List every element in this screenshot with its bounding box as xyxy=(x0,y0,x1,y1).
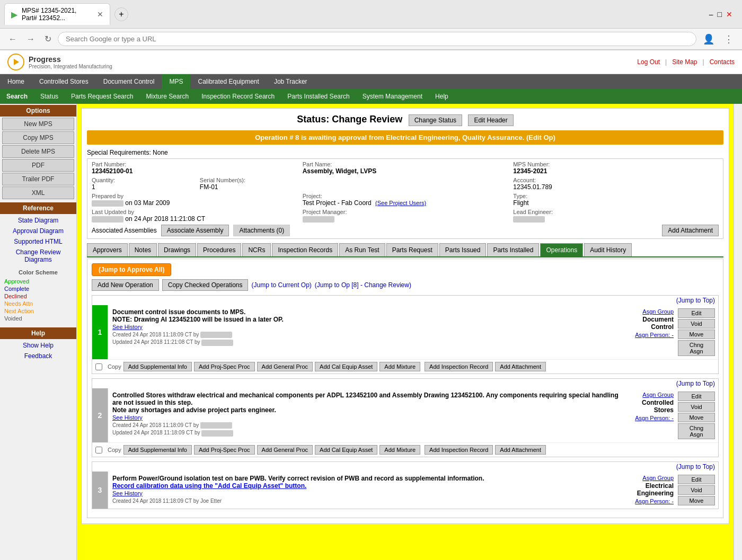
op3-void-button[interactable]: Void xyxy=(678,485,715,495)
op3-edit-button[interactable]: Edit xyxy=(678,475,715,484)
op1-asgn-person-link[interactable]: Asgn Person: - xyxy=(635,332,674,338)
op2-history-link[interactable]: See History xyxy=(112,414,143,421)
jump-op8-link[interactable]: (Jump to Op [8] - Change Review) xyxy=(315,281,411,289)
address-bar[interactable] xyxy=(58,32,696,46)
op3-history-link[interactable]: See History xyxy=(112,490,143,496)
op3-asgn-person-link[interactable]: Asgn Person: - xyxy=(635,498,674,504)
op1-add-supplemental-info[interactable]: Add Supplemental Info xyxy=(123,362,192,371)
close-icon[interactable]: ✕ xyxy=(726,10,732,19)
maximize-icon[interactable]: □ xyxy=(718,10,722,19)
jump-approve-btn[interactable]: (Jump to Approve All) xyxy=(92,263,171,276)
forward-button[interactable]: → xyxy=(23,33,38,45)
tab-as-run-test[interactable]: As Run Test xyxy=(339,243,385,256)
tab-approvers[interactable]: Approvers xyxy=(87,243,128,256)
nav-controlled-stores[interactable]: Controlled Stores xyxy=(32,74,96,89)
tab-parts-issued[interactable]: Parts Issued xyxy=(439,243,487,256)
op2-add-cal-equip-asset[interactable]: Add Cal Equip Asset xyxy=(315,445,377,455)
op1-add-cal-equip-asset[interactable]: Add Cal Equip Asset xyxy=(315,362,377,371)
menu-icon[interactable]: ⋮ xyxy=(721,32,737,46)
pdf-button[interactable]: PDF xyxy=(2,159,74,172)
op2-add-inspection-record[interactable]: Add Inspection Record xyxy=(425,445,493,455)
op3-move-button[interactable]: Move xyxy=(678,496,715,505)
tab-close-btn[interactable]: ✕ xyxy=(97,10,103,19)
minimize-icon[interactable]: – xyxy=(709,10,713,19)
op2-add-general-proc[interactable]: Add General Proc xyxy=(257,445,313,455)
edit-header-button[interactable]: Edit Header xyxy=(468,114,513,126)
supported-html-link[interactable]: Supported HTML xyxy=(0,236,76,247)
op2-asgn-person-link[interactable]: Asgn Person: - xyxy=(635,415,674,421)
contacts-link[interactable]: Contacts xyxy=(710,58,735,66)
jump-current-op-link[interactable]: (Jump to Current Op) xyxy=(251,281,311,289)
approval-diagram-link[interactable]: Approval Diagram xyxy=(0,226,76,236)
op3-jump-top-link[interactable]: (Jump to Top) xyxy=(676,463,715,470)
op2-add-supplemental-info[interactable]: Add Supplemental Info xyxy=(123,445,192,455)
subnav-parts-installed-search[interactable]: Parts Installed Search xyxy=(281,90,356,103)
subnav-inspection-record-search[interactable]: Inspection Record Search xyxy=(195,90,281,103)
tab-parts-request[interactable]: Parts Request xyxy=(386,243,438,256)
tab-operations[interactable]: Operations xyxy=(540,243,583,256)
op1-add-general-proc[interactable]: Add General Proc xyxy=(257,362,313,371)
op1-chng-asgn-button[interactable]: Chng Asgn xyxy=(678,340,715,356)
op2-add-attachment[interactable]: Add Attachment xyxy=(495,445,546,455)
logout-link[interactable]: Log Out xyxy=(637,58,660,66)
op2-asgn-group-link[interactable]: Asgn Group xyxy=(642,392,674,398)
tab-drawings[interactable]: Drawings xyxy=(158,243,196,256)
add-new-operation-button[interactable]: Add New Operation xyxy=(92,279,159,291)
subnav-search[interactable]: Search xyxy=(0,90,34,103)
delete-mps-button[interactable]: Delete MPS xyxy=(2,145,74,158)
see-project-users-link[interactable]: (See Project Users) xyxy=(375,200,426,206)
change-status-button[interactable]: Change Status xyxy=(409,114,462,126)
xml-button[interactable]: XML xyxy=(2,186,74,199)
nav-document-control[interactable]: Document Control xyxy=(96,74,162,89)
reload-button[interactable]: ↻ xyxy=(41,33,55,45)
back-button[interactable]: ← xyxy=(5,33,20,45)
nav-mps[interactable]: MPS xyxy=(162,74,190,89)
subnav-system-management[interactable]: System Management xyxy=(356,90,429,103)
tab-parts-installed[interactable]: Parts Installed xyxy=(487,243,539,256)
op2-chng-asgn-button[interactable]: Chng Asgn xyxy=(678,423,715,439)
op1-history-link[interactable]: See History xyxy=(112,324,143,330)
change-review-diagrams-link[interactable]: Change Review Diagrams xyxy=(0,247,76,265)
op2-move-button[interactable]: Move xyxy=(678,413,715,422)
nav-home[interactable]: Home xyxy=(0,74,32,89)
subnav-parts-request-search[interactable]: Parts Request Search xyxy=(65,90,139,103)
op1-asgn-group-link[interactable]: Asgn Group xyxy=(642,308,674,315)
tab-procedures[interactable]: Procedures xyxy=(197,243,241,256)
new-tab-button[interactable]: + xyxy=(114,7,128,21)
subnav-status[interactable]: Status xyxy=(34,90,65,103)
scrollbar[interactable] xyxy=(734,104,742,560)
op2-add-proj-spec-proc[interactable]: Add Proj-Spec Proc xyxy=(194,445,255,455)
nav-job-tracker[interactable]: Job Tracker xyxy=(267,74,315,89)
associate-assembly-button[interactable]: Associate Assembly xyxy=(161,225,229,236)
op2-checkbox[interactable] xyxy=(95,447,102,454)
add-attachment-button[interactable]: Add Attachment xyxy=(662,225,719,236)
op1-edit-button[interactable]: Edit xyxy=(678,308,715,318)
op2-add-mixture[interactable]: Add Mixture xyxy=(379,445,420,455)
op1-add-proj-spec-proc[interactable]: Add Proj-Spec Proc xyxy=(194,362,255,371)
op1-add-attachment[interactable]: Add Attachment xyxy=(495,362,546,371)
op1-void-button[interactable]: Void xyxy=(678,319,715,328)
feedback-link[interactable]: Feedback xyxy=(0,351,76,361)
tab-audit-history[interactable]: Audit History xyxy=(584,243,632,256)
subnav-mixture-search[interactable]: Mixture Search xyxy=(139,90,195,103)
state-diagram-link[interactable]: State Diagram xyxy=(0,215,76,226)
copy-checked-operations-button[interactable]: Copy Checked Operations xyxy=(162,279,249,291)
op2-jump-top-link[interactable]: (Jump to Top) xyxy=(676,380,715,387)
tab-inspection-records[interactable]: Inspection Records xyxy=(272,243,338,256)
op1-jump-top-link[interactable]: (Jump to Top) xyxy=(676,297,715,304)
nav-calibrated-equipment[interactable]: Calibrated Equipment xyxy=(190,74,266,89)
op2-void-button[interactable]: Void xyxy=(678,402,715,412)
sitemap-link[interactable]: Site Map xyxy=(672,58,697,66)
op1-move-button[interactable]: Move xyxy=(678,330,715,339)
op3-cal-equip-link[interactable]: Record calibration data using the "Add C… xyxy=(112,482,306,490)
subnav-help[interactable]: Help xyxy=(429,90,455,103)
profile-icon[interactable]: 👤 xyxy=(700,32,718,46)
tab-ncrs[interactable]: NCRs xyxy=(242,243,271,256)
tab-notes[interactable]: Notes xyxy=(129,243,157,256)
new-mps-button[interactable]: New MPS xyxy=(2,118,74,130)
op1-add-inspection-record[interactable]: Add Inspection Record xyxy=(425,362,493,371)
show-help-link[interactable]: Show Help xyxy=(0,340,76,351)
op1-add-mixture[interactable]: Add Mixture xyxy=(379,362,420,371)
op1-checkbox[interactable] xyxy=(95,363,102,370)
op2-edit-button[interactable]: Edit xyxy=(678,392,715,401)
